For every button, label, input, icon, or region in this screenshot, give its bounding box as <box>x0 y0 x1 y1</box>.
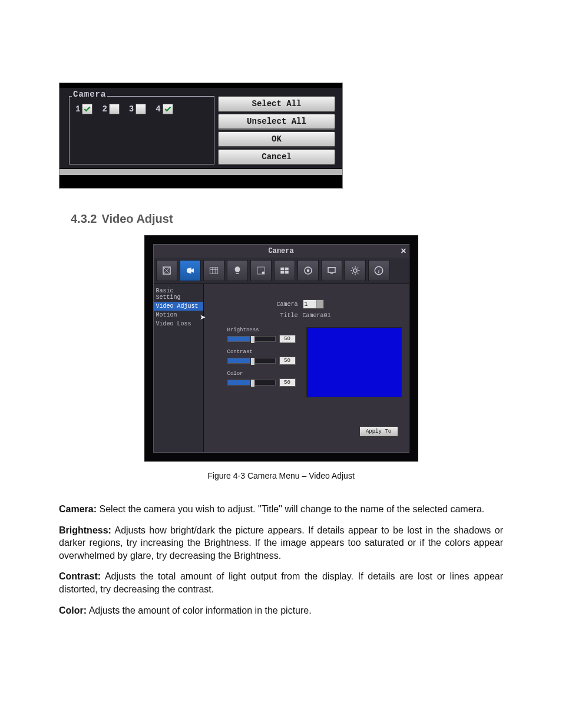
checkbox-icon[interactable] <box>82 104 92 114</box>
para-color: Color: Adjusts the amount of color infor… <box>59 604 503 617</box>
sidebar: Basic Setting Video Adjust Motion Video … <box>154 284 204 452</box>
svg-rect-1 <box>210 268 218 274</box>
svg-point-12 <box>306 269 309 272</box>
svg-rect-10 <box>285 271 288 274</box>
toolbar-icon-1[interactable] <box>156 260 177 281</box>
camera-checkbox-2[interactable]: 2 <box>102 104 119 114</box>
camera-select-panel: Camera 1234 Select All Unselect All OK C… <box>59 83 343 189</box>
figure-caption: Figure 4-3 Camera Menu – Video Adjust <box>59 471 503 480</box>
brightness-value[interactable]: 50 <box>279 335 296 343</box>
para-contrast: Contrast: Adjusts the total amount of li… <box>59 570 503 595</box>
svg-rect-14 <box>330 273 333 274</box>
para-brightness: Brightness: Adjusts how bright/dark the … <box>59 524 503 562</box>
brightness-label: Brightness <box>227 327 298 333</box>
title-value: Camera01 <box>303 312 331 319</box>
camera-fieldset: Camera 1234 <box>69 96 214 164</box>
para-camera: Camera: Select the camera you wish to ad… <box>59 503 503 516</box>
checkbox-icon[interactable] <box>135 104 146 114</box>
sidebar-item-video-loss[interactable]: Video Loss <box>154 319 203 328</box>
video-adjust-screenshot: Camera × i Basic Setting Video Adjust <box>144 235 418 462</box>
color-label: Color <box>227 371 298 377</box>
close-icon[interactable]: × <box>401 246 406 256</box>
select-all-button[interactable]: Select All <box>218 96 335 111</box>
window-title: Camera <box>268 248 293 255</box>
checkbox-icon[interactable] <box>163 104 173 114</box>
svg-point-6 <box>262 272 265 275</box>
toolbar-icon-7[interactable] <box>297 260 319 281</box>
toolbar-icon-6[interactable] <box>274 260 295 281</box>
toolbar: i <box>154 258 409 284</box>
contrast-slider[interactable] <box>227 358 276 364</box>
toolbar-icon-settings[interactable] <box>345 260 366 281</box>
contrast-value[interactable]: 50 <box>279 357 296 365</box>
camera-checkbox-label: 4 <box>156 104 160 114</box>
apply-to-button[interactable]: Apply To <box>359 426 398 437</box>
camera-checkbox-label: 2 <box>102 104 107 114</box>
svg-rect-9 <box>280 271 284 274</box>
sidebar-item-motion[interactable]: Motion <box>154 311 203 319</box>
unselect-all-button[interactable]: Unselect All <box>218 114 335 129</box>
camera-checkbox-1[interactable]: 1 <box>75 104 92 114</box>
ok-button[interactable]: OK <box>218 131 335 147</box>
toolbar-icon-8[interactable] <box>321 260 342 281</box>
toolbar-icon-3[interactable] <box>203 260 224 281</box>
svg-point-15 <box>353 269 357 272</box>
video-preview <box>306 327 402 397</box>
camera-checkbox-label: 1 <box>75 104 80 114</box>
section-number: 4.3.2 <box>71 212 97 225</box>
cancel-button[interactable]: Cancel <box>218 149 335 164</box>
color-value[interactable]: 50 <box>279 378 296 387</box>
section-heading: 4.3.2Video Adjust <box>71 212 503 226</box>
camera-dropdown[interactable]: 1 <box>303 299 324 309</box>
sidebar-item-basic-setting[interactable]: Basic Setting <box>154 286 203 302</box>
camera-checkbox-3[interactable]: 3 <box>129 104 146 114</box>
toolbar-icon-camera[interactable] <box>180 260 201 281</box>
camera-checkbox-4[interactable]: 4 <box>156 104 173 114</box>
svg-rect-7 <box>280 268 284 271</box>
svg-text:i: i <box>378 268 379 274</box>
checkbox-icon[interactable] <box>109 104 120 114</box>
sidebar-item-video-adjust[interactable]: Video Adjust <box>154 302 203 311</box>
color-slider[interactable] <box>227 380 276 386</box>
camera-legend: Camera <box>72 90 107 99</box>
camera-label: Camera <box>266 301 298 308</box>
svg-rect-8 <box>285 268 288 271</box>
toolbar-icon-4[interactable] <box>227 260 248 281</box>
brightness-slider[interactable] <box>227 336 276 342</box>
svg-rect-13 <box>328 268 335 272</box>
section-title: Video Adjust <box>101 212 173 225</box>
toolbar-icon-info[interactable]: i <box>368 260 389 281</box>
contrast-label: Contrast <box>227 349 298 355</box>
camera-checkbox-label: 3 <box>129 104 134 114</box>
toolbar-icon-5[interactable] <box>250 260 272 281</box>
title-label: Title <box>266 312 298 319</box>
